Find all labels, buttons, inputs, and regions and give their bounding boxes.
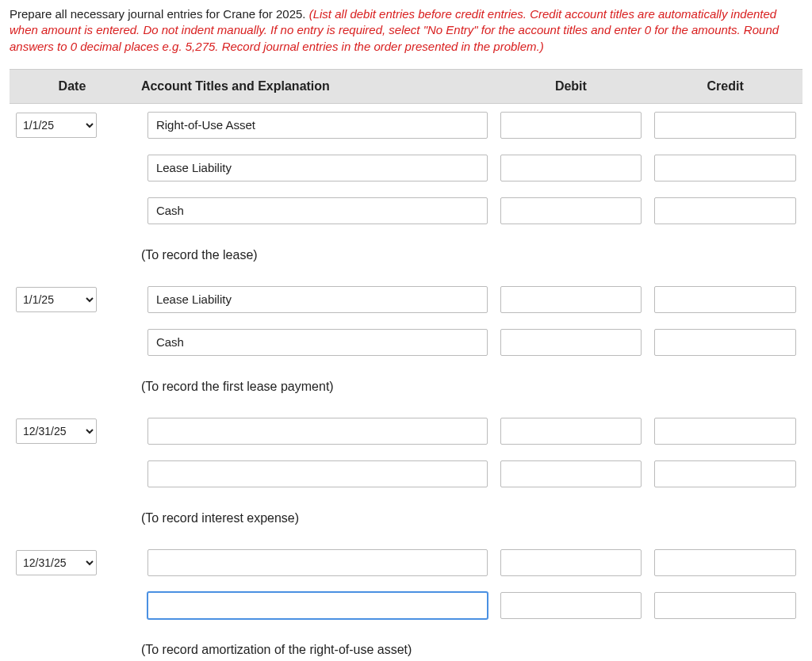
- table-row: [10, 584, 802, 627]
- header-account: Account Titles and Explanation: [135, 69, 494, 103]
- credit-input[interactable]: [654, 286, 796, 313]
- header-credit: Credit: [648, 69, 802, 103]
- account-title-input[interactable]: [147, 418, 488, 445]
- credit-input[interactable]: [654, 329, 796, 356]
- table-row: [10, 147, 802, 189]
- table-row: [10, 321, 802, 364]
- header-date: Date: [10, 69, 135, 103]
- explanation-text: (To record the lease): [141, 240, 488, 270]
- credit-input[interactable]: [654, 197, 796, 224]
- debit-input[interactable]: [500, 549, 642, 576]
- debit-input[interactable]: [500, 197, 642, 224]
- credit-input[interactable]: [654, 592, 796, 619]
- account-title-input[interactable]: [147, 286, 488, 313]
- account-title-input[interactable]: [147, 112, 488, 139]
- account-title-input[interactable]: [147, 549, 488, 576]
- journal-table: Date Account Titles and Explanation Debi…: [10, 69, 802, 661]
- debit-input[interactable]: [500, 329, 642, 356]
- date-select-1[interactable]: 1/1/25: [16, 113, 97, 138]
- date-select-3[interactable]: 12/31/25: [16, 418, 97, 444]
- debit-input[interactable]: [500, 286, 642, 313]
- credit-input[interactable]: [654, 112, 796, 139]
- account-title-input[interactable]: [147, 329, 488, 356]
- date-select-2[interactable]: 1/1/25: [16, 287, 97, 312]
- header-row: Date Account Titles and Explanation Debi…: [10, 69, 802, 103]
- debit-input[interactable]: [500, 592, 642, 619]
- explanation-text: (To record amortization of the right-of-…: [141, 635, 488, 661]
- debit-input[interactable]: [500, 418, 642, 445]
- date-select-4[interactable]: 12/31/25: [16, 550, 97, 575]
- table-row: 12/31/25: [10, 410, 802, 453]
- table-row: 1/1/25: [10, 278, 802, 321]
- debit-input[interactable]: [500, 155, 642, 181]
- table-row: (To record interest expense): [10, 495, 802, 541]
- table-row: 1/1/25: [10, 103, 802, 147]
- table-row: 12/31/25: [10, 541, 802, 584]
- debit-input[interactable]: [500, 460, 642, 487]
- table-row: [10, 453, 802, 495]
- table-row: [10, 189, 802, 232]
- account-title-input[interactable]: [147, 460, 488, 487]
- table-row: (To record amortization of the right-of-…: [10, 627, 802, 661]
- credit-input[interactable]: [654, 549, 796, 576]
- explanation-text: (To record interest expense): [141, 503, 488, 533]
- account-title-input[interactable]: [147, 155, 488, 181]
- debit-input[interactable]: [500, 112, 642, 139]
- header-debit: Debit: [494, 69, 649, 103]
- instructions-block: Prepare all necessary journal entries fo…: [10, 6, 802, 55]
- account-title-input[interactable]: [147, 197, 488, 224]
- instructions-normal: Prepare all necessary journal entries fo…: [10, 7, 309, 21]
- table-row: (To record the first lease payment): [10, 364, 802, 410]
- account-title-input-focused[interactable]: [147, 592, 488, 619]
- credit-input[interactable]: [654, 155, 796, 181]
- explanation-text: (To record the first lease payment): [141, 372, 488, 402]
- credit-input[interactable]: [654, 460, 796, 487]
- table-row: (To record the lease): [10, 232, 802, 278]
- credit-input[interactable]: [654, 418, 796, 445]
